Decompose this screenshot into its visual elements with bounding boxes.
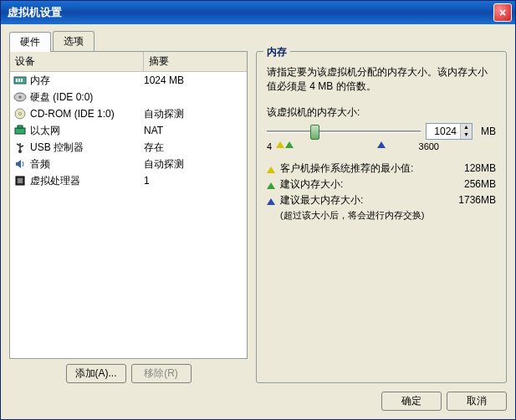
device-summary: 自动探测 [144,107,245,121]
body-area: 设备 摘要 内存1024 MB硬盘 (IDE 0:0)CD-ROM (IDE 1… [9,51,507,383]
device-row-vcpu[interactable]: 虚拟处理器1 [10,172,247,189]
titlebar[interactable]: 虚拟机设置 × [1,1,515,24]
marker-min-icon [276,141,284,148]
device-row-cdrom[interactable]: CD-ROM (IDE 1:0)自动探测 [10,105,247,122]
memory-slider[interactable] [267,123,421,140]
tab-bar: 硬件 选项 [9,31,507,51]
tab-hardware[interactable]: 硬件 [9,32,51,52]
device-row-memory[interactable]: 内存1024 MB [10,72,247,89]
add-button[interactable]: 添加(A)... [66,364,126,383]
recommendation-text: 建议内存大小: [280,177,451,192]
memory-size-label: 该虚拟机的内存大小: [267,105,496,120]
tab-options[interactable]: 选项 [53,31,95,51]
svg-rect-3 [21,79,23,82]
marker-rec-icon [285,141,294,148]
title-text: 虚拟机设置 [4,5,62,20]
recommendation-note: (超过该大小后，将会进行内存交换) [267,209,496,222]
vcpu-icon [13,174,27,187]
slider-row: ▲ ▼ MB [267,123,496,140]
device-label: 硬盘 (IDE 0:0) [30,90,144,105]
dialog-buttons: 确定 取消 [9,392,507,411]
left-panel: 设备 摘要 内存1024 MB硬盘 (IDE 0:0)CD-ROM (IDE 1… [9,51,248,383]
col-device-header[interactable]: 设备 [10,52,144,71]
recommendation-row: 客户机操作系统推荐的最小值:128MB [267,161,496,176]
memory-spinbox[interactable]: ▲ ▼ [426,123,473,140]
col-summary-header[interactable]: 摘要 [144,52,247,71]
device-label: 内存 [30,74,144,88]
device-button-row: 添加(A)... 移除(R) [9,364,248,383]
ok-button[interactable]: 确定 [381,392,442,411]
device-label: 以太网 [30,124,144,138]
device-label: USB 控制器 [30,141,144,155]
recommendation-text: 客户机操作系统推荐的最小值: [280,161,451,176]
svg-point-7 [19,113,22,115]
vm-settings-dialog: 虚拟机设置 × 硬件 选项 设备 摘要 内存1024 MB硬盘 (IDE 0:0… [0,0,516,420]
slider-thumb-icon[interactable] [310,125,319,140]
recommendation-row: 建议内存大小:256MB [267,177,496,192]
device-row-audio[interactable]: 音频自动探测 [10,156,247,172]
device-label: CD-ROM (IDE 1:0) [30,108,144,120]
cancel-button[interactable]: 取消 [447,392,507,411]
spin-up-icon[interactable]: ▲ [460,124,472,131]
memory-description: 请指定要为该虚拟机分配的内存大小。该内存大小值必须是 4 MB 的倍数。 [267,65,496,94]
triangle-blue-icon [267,198,275,205]
tick-row: 4 3600 [267,141,496,153]
device-row-eth[interactable]: 以太网NAT [10,122,247,139]
marker-max-icon [377,141,386,148]
recommendation-value: 128MB [451,162,496,174]
recommendation-row: 建议最大内存大小:1736MB [267,193,496,207]
tick-min: 4 [267,141,272,151]
close-icon[interactable]: × [493,3,512,22]
eth-icon [13,124,27,137]
device-list: 设备 摘要 内存1024 MB硬盘 (IDE 0:0)CD-ROM (IDE 1… [9,51,248,359]
svg-rect-8 [15,128,25,134]
svg-rect-1 [16,79,18,82]
remove-button: 移除(R) [131,364,192,383]
device-row-usb[interactable]: USB 控制器存在 [10,139,247,156]
device-label: 音频 [30,157,144,172]
svg-rect-2 [18,79,20,82]
device-label: 虚拟处理器 [30,174,144,188]
device-summary: NAT [144,125,245,136]
memory-unit: MB [481,125,496,137]
tick-max: 3600 [419,141,439,151]
device-row-hdd[interactable]: 硬盘 (IDE 0:0) [10,89,247,105]
device-summary: 1 [144,175,245,187]
content-area: 硬件 选项 设备 摘要 内存1024 MB硬盘 (IDE 0:0)CD-ROM … [1,24,515,419]
memory-input[interactable] [427,125,460,137]
svg-rect-12 [18,178,23,183]
triangle-yellow-icon [267,166,275,173]
spin-down-icon[interactable]: ▼ [460,131,472,139]
memory-panel: 内存 请指定要为该虚拟机分配的内存大小。该内存大小值必须是 4 MB 的倍数。 … [256,51,507,383]
recommendation-value: 1736MB [451,194,496,206]
recommendation-list: 客户机操作系统推荐的最小值:128MB建议内存大小:256MB建议最大内存大小:… [267,161,496,222]
audio-icon [13,157,27,171]
cdrom-icon [13,107,27,120]
hdd-icon [13,90,27,104]
device-summary: 存在 [144,141,245,155]
memory-icon [13,74,27,87]
recommendation-value: 256MB [451,178,496,190]
usb-icon [13,141,27,154]
device-summary: 自动探测 [144,157,245,172]
triangle-green-icon [267,182,275,189]
device-list-header: 设备 摘要 [10,52,247,72]
recommendation-text: 建议最大内存大小: [280,193,451,207]
svg-rect-9 [18,125,23,128]
device-summary: 1024 MB [144,74,245,86]
svg-point-5 [19,96,22,99]
